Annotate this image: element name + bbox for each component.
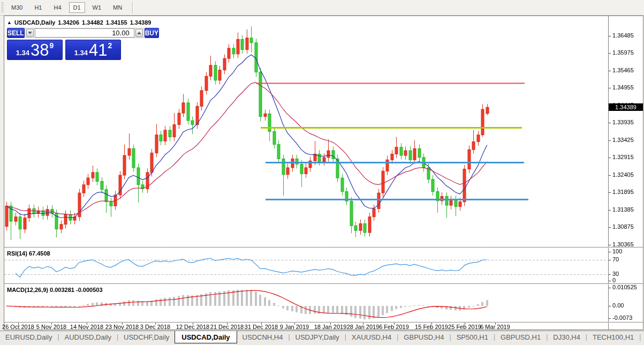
one-click-trading-panel: SELL BUY 1.34 38 9 1.34 41 2 (7, 28, 121, 60)
sell-button[interactable]: SELL (7, 28, 25, 38)
chart-title: ▲ USDCAD,Daily 1.34206 1.34482 1.34155 1… (7, 19, 154, 26)
sell-price-box[interactable]: 1.34 38 9 (7, 40, 63, 60)
date-axis-label: 12 Dec 2018 (176, 324, 209, 330)
ohlc-open: 1.34206 (58, 19, 79, 26)
collapse-panel-icon[interactable]: ▲ (7, 20, 12, 25)
price-axis-label: 1.33425 (612, 137, 634, 143)
buy-price-box[interactable]: 1.34 41 2 (65, 40, 121, 60)
buy-button[interactable]: BUY (145, 28, 159, 38)
price-axis-label: 1.30875 (612, 224, 634, 230)
date-axis-label: 5 Nov 2018 (36, 324, 66, 330)
macd-axis-label: 0.00 (612, 303, 624, 309)
lot-size-input[interactable] (35, 28, 134, 38)
chart-symbol-label: USDCAD,Daily (14, 19, 55, 26)
arrow-down-icon (28, 32, 32, 34)
sell-price-big: 38 (31, 42, 49, 58)
rsi-axis-label: 100 (612, 249, 622, 254)
symbol-tab-usdcad-daily[interactable]: USDCAD,Daily (175, 331, 237, 343)
symbol-tab-xauusd-h4[interactable]: XAUUSD,H4 (346, 331, 397, 341)
price-axis-label: 1.30365 (612, 242, 634, 248)
buy-price-big: 41 (89, 42, 107, 58)
symbol-tab-audusd-daily[interactable]: AUDUSD,Daily (59, 331, 117, 341)
buy-price-prefix: 1.34 (74, 49, 88, 58)
macd-indicator-label: MACD(12,26,9) 0.003281 -0.000503 (7, 287, 103, 293)
date-axis-label: 26 Oct 2018 (2, 324, 34, 330)
lot-decrease-button[interactable] (26, 29, 34, 37)
price-axis-label: 1.35975 (612, 50, 634, 56)
symbol-tab-sp500-h1[interactable]: SP500,H1 (451, 331, 494, 341)
rsi-axis-label: 0 (612, 278, 616, 283)
date-axis-label: 23 Nov 2018 (105, 324, 139, 330)
ohlc-low: 1.34155 (106, 19, 127, 26)
date-axis-label: 6 Mar 2019 (480, 324, 510, 330)
date-axis-label: 9 Jan 2019 (280, 324, 309, 330)
date-axis[interactable]: 26 Oct 20185 Nov 201814 Nov 201823 Nov 2… (4, 322, 608, 329)
lot-increase-button[interactable] (135, 29, 143, 37)
price-axis-label: 1.33935 (612, 119, 634, 125)
date-axis-label: 14 Nov 2018 (70, 324, 103, 330)
symbol-tab-gbpusd-h1[interactable]: GBPUSD,H1 (495, 331, 546, 341)
lot-size-strip (25, 28, 145, 38)
rsi-indicator-label: RSI(14) 67.4508 (7, 250, 50, 257)
current-price-badge: 1.34389 (609, 103, 643, 111)
price-scale[interactable]: 1.34389 1.364851.359751.354651.349551.34… (609, 16, 643, 329)
symbol-tabbar: EURUSD,Daily|AUDUSD,Daily|USDCHF,DailyUS… (0, 331, 644, 345)
symbol-tabs: EURUSD,Daily|AUDUSD,Daily|USDCHF,DailyUS… (0, 331, 644, 343)
date-axis-label: 6 Feb 2019 (379, 324, 409, 330)
date-axis-label: 25 Feb 2019 (448, 324, 481, 330)
sell-price-prefix: 1.34 (16, 49, 29, 58)
symbol-tab-eurusd-daily[interactable]: EURUSD,Daily (0, 331, 57, 341)
arrow-up-icon (137, 32, 141, 34)
symbol-tab-ukoil[interactable]: UKOil, (641, 331, 644, 341)
ohlc-high: 1.34482 (82, 19, 103, 26)
date-axis-label: 18 Jan 2019 (314, 324, 347, 330)
price-axis-label: 1.31895 (612, 189, 634, 195)
sell-price-pip: 9 (50, 41, 54, 50)
macd-axis-label: -0.0073 (612, 315, 632, 321)
date-axis-label: 31 Dec 2018 (245, 324, 278, 330)
symbol-tab-gbpusd-h4[interactable]: GBPUSD,H4 (398, 331, 449, 341)
ohlc-close: 1.34389 (130, 19, 151, 26)
symbol-tab-usdjpy-daily[interactable]: USDJPY,Daily (290, 331, 345, 341)
symbol-tab-dj30-h4[interactable]: DJ30,H4 (548, 331, 586, 341)
rsi-axis-label: 30 (612, 271, 619, 277)
price-axis-label: 1.34955 (612, 85, 634, 91)
date-axis-label: 21 Dec 2018 (210, 324, 244, 330)
date-axis-label: 15 Feb 2019 (415, 324, 448, 330)
price-axis-label: 1.32915 (612, 154, 634, 160)
price-axis-label: 1.35465 (612, 68, 634, 73)
macd-axis-label: 0.010525 (612, 284, 637, 290)
price-axis-label: 1.36485 (612, 33, 634, 39)
price-axis-label: 1.31385 (612, 207, 634, 213)
date-axis-label: 3 Dec 2018 (140, 324, 170, 330)
symbol-tab-usdcnh-h4[interactable]: USDCNH,H4 (237, 331, 289, 341)
symbol-tab-tech100-h1[interactable]: TECH100,H1 (587, 331, 639, 341)
mt4-terminal: M30H1H4D1W1MN ▲ USDCAD,Daily 1.34206 1.3… (0, 0, 644, 345)
buy-price-pip: 2 (108, 41, 112, 50)
rsi-axis-label: 70 (612, 257, 619, 262)
price-axis-label: 1.32405 (612, 172, 634, 178)
date-axis-label: 28 Jan 2019 (347, 324, 380, 330)
symbol-tab-usdchf-daily[interactable]: USDCHF,Daily (118, 331, 175, 341)
